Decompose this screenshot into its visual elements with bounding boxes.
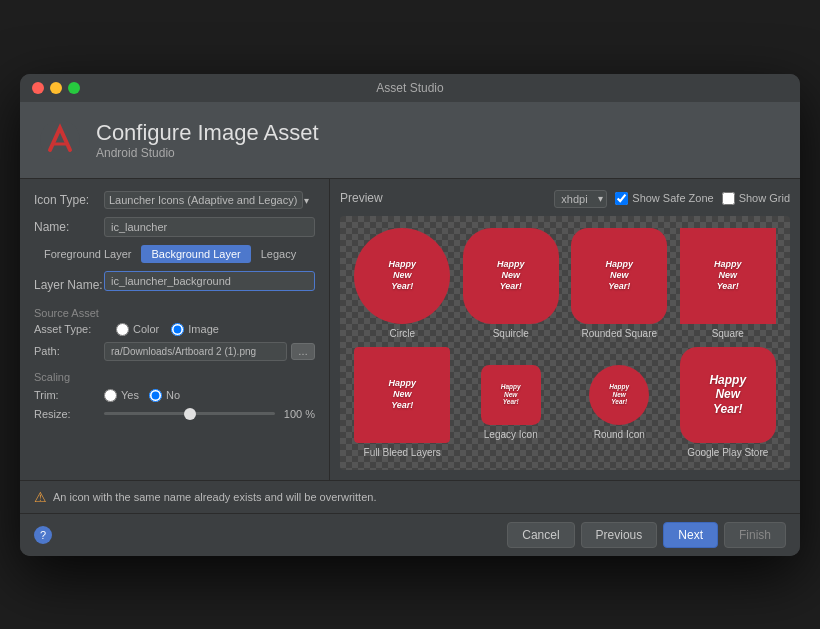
icon-legacy: HappyNewYear! <box>481 365 541 425</box>
density-select[interactable]: xhdpi <box>554 190 607 208</box>
path-label: Path: <box>34 345 104 357</box>
icon-rounded-bg: HappyNewYear! <box>571 228 667 324</box>
icon-type-select-wrapper: Launcher Icons (Adaptive and Legacy) <box>104 191 315 209</box>
icon-squircle-bg: HappyNewYear! <box>463 228 559 324</box>
tab-foreground[interactable]: Foreground Layer <box>34 245 141 263</box>
icon-square: HappyNewYear! <box>680 228 776 324</box>
icon-type-row: Icon Type: Launcher Icons (Adaptive and … <box>34 191 315 209</box>
icon-item-square: HappyNewYear! Square <box>678 228 779 339</box>
asset-type-color-radio[interactable] <box>116 323 129 336</box>
icon-item-squircle: HappyNewYear! Squircle <box>461 228 562 339</box>
tab-legacy[interactable]: Legacy <box>251 245 306 263</box>
icon-type-select[interactable]: Launcher Icons (Adaptive and Legacy) <box>104 191 303 209</box>
icon-rounded-caption: Rounded Square <box>581 328 657 339</box>
icon-gplay-text: HappyNewYear! <box>709 373 746 416</box>
icon-square-text: HappyNewYear! <box>714 259 742 291</box>
name-input[interactable] <box>104 217 315 237</box>
path-browse-button[interactable]: … <box>291 343 315 360</box>
window-title: Asset Studio <box>376 81 443 95</box>
icon-rounded: HappyNewYear! <box>571 228 667 324</box>
name-label: Name: <box>34 220 104 234</box>
icon-round-text: HappyNewYear! <box>609 383 629 406</box>
density-select-wrapper: xhdpi <box>554 189 607 208</box>
source-asset-label: Source Asset <box>34 307 315 319</box>
icon-round-caption: Round Icon <box>594 429 645 440</box>
trim-no-option[interactable]: No <box>149 389 180 402</box>
warning-text: An icon with the same name already exist… <box>53 491 376 503</box>
dialog-header: Configure Image Asset Android Studio <box>20 102 800 179</box>
icon-fullbleed-text: HappyNewYear! <box>388 378 416 410</box>
safe-zone-label[interactable]: Show Safe Zone <box>615 192 713 205</box>
icon-circle-bg: HappyNewYear! <box>354 228 450 324</box>
preview-header: Preview xhdpi Show Safe Zone Show Grid <box>340 189 790 208</box>
tab-background[interactable]: Background Layer <box>141 245 250 263</box>
resize-slider[interactable] <box>104 412 275 415</box>
preview-controls: xhdpi Show Safe Zone Show Grid <box>554 189 790 208</box>
icon-squircle-caption: Squircle <box>493 328 529 339</box>
asset-type-row: Asset Type: Color Image <box>34 323 315 336</box>
icon-rounded-text: HappyNewYear! <box>605 259 633 291</box>
asset-type-image-option[interactable]: Image <box>171 323 219 336</box>
asset-type-image-radio[interactable] <box>171 323 184 336</box>
trim-no-radio[interactable] <box>149 389 162 402</box>
minimize-button[interactable] <box>50 82 62 94</box>
right-panel: Preview xhdpi Show Safe Zone Show Grid <box>330 179 800 480</box>
main-window: Asset Studio Configure Image Asset Andro… <box>20 74 800 556</box>
trim-row: Trim: Yes No <box>34 389 315 402</box>
icon-item-fullbleed: HappyNewYear! Full Bleed Layers <box>352 347 453 458</box>
preview-label: Preview <box>340 191 383 205</box>
action-buttons: Cancel Previous Next Finish <box>507 522 786 548</box>
scaling-label: Scaling <box>34 371 315 383</box>
title-bar: Asset Studio <box>20 74 800 102</box>
dialog-subtitle: Android Studio <box>96 146 319 160</box>
icon-squircle: HappyNewYear! <box>463 228 559 324</box>
dialog-title: Configure Image Asset <box>96 120 319 146</box>
icon-legacy-bg: HappyNewYear! <box>481 365 541 425</box>
icon-round: HappyNewYear! <box>589 365 649 425</box>
icon-gplay-caption: Google Play Store <box>687 447 768 458</box>
left-panel: Icon Type: Launcher Icons (Adaptive and … <box>20 179 330 480</box>
icon-item-circle: HappyNewYear! Circle <box>352 228 453 339</box>
path-input[interactable] <box>104 342 287 361</box>
trim-yes-label: Yes <box>121 389 139 401</box>
header-text: Configure Image Asset Android Studio <box>96 120 319 160</box>
close-button[interactable] <box>32 82 44 94</box>
next-button[interactable]: Next <box>663 522 718 548</box>
show-grid-checkbox[interactable] <box>722 192 735 205</box>
warning-icon: ⚠ <box>34 489 47 505</box>
icon-item-rounded: HappyNewYear! Rounded Square <box>569 228 670 339</box>
layer-name-input[interactable] <box>104 271 315 291</box>
icon-fullbleed-bg: HappyNewYear! <box>354 347 450 443</box>
layer-tabs: Foreground Layer Background Layer Legacy <box>34 245 315 263</box>
icon-legacy-text: HappyNewYear! <box>501 383 521 406</box>
asset-type-color-label: Color <box>133 323 159 335</box>
icon-grid-top: HappyNewYear! Circle HappyNewYear! Squir… <box>352 228 778 339</box>
trim-label: Trim: <box>34 389 104 401</box>
icon-fullbleed: HappyNewYear! <box>354 347 450 443</box>
trim-no-label: No <box>166 389 180 401</box>
icon-item-round: HappyNewYear! Round Icon <box>569 347 670 458</box>
maximize-button[interactable] <box>68 82 80 94</box>
traffic-lights <box>32 82 80 94</box>
safe-zone-text: Show Safe Zone <box>632 192 713 204</box>
help-button[interactable]: ? <box>34 526 52 544</box>
icon-circle: HappyNewYear! <box>354 228 450 324</box>
safe-zone-checkbox[interactable] <box>615 192 628 205</box>
name-row: Name: <box>34 217 315 237</box>
cancel-button[interactable]: Cancel <box>507 522 574 548</box>
asset-type-image-label: Image <box>188 323 219 335</box>
previous-button[interactable]: Previous <box>581 522 658 548</box>
trim-yes-radio[interactable] <box>104 389 117 402</box>
footer: ? Cancel Previous Next Finish <box>20 513 800 556</box>
icon-round-bg: HappyNewYear! <box>589 365 649 425</box>
icon-item-gplay: HappyNewYear! Google Play Store <box>678 347 779 458</box>
main-content: Icon Type: Launcher Icons (Adaptive and … <box>20 179 800 480</box>
preview-grid: HappyNewYear! Circle HappyNewYear! Squir… <box>340 216 790 470</box>
icon-square-bg: HappyNewYear! <box>680 228 776 324</box>
show-grid-label[interactable]: Show Grid <box>722 192 790 205</box>
icon-type-label: Icon Type: <box>34 193 104 207</box>
trim-yes-option[interactable]: Yes <box>104 389 139 402</box>
icon-gplay-bg: HappyNewYear! <box>680 347 776 443</box>
finish-button[interactable]: Finish <box>724 522 786 548</box>
asset-type-color-option[interactable]: Color <box>116 323 159 336</box>
